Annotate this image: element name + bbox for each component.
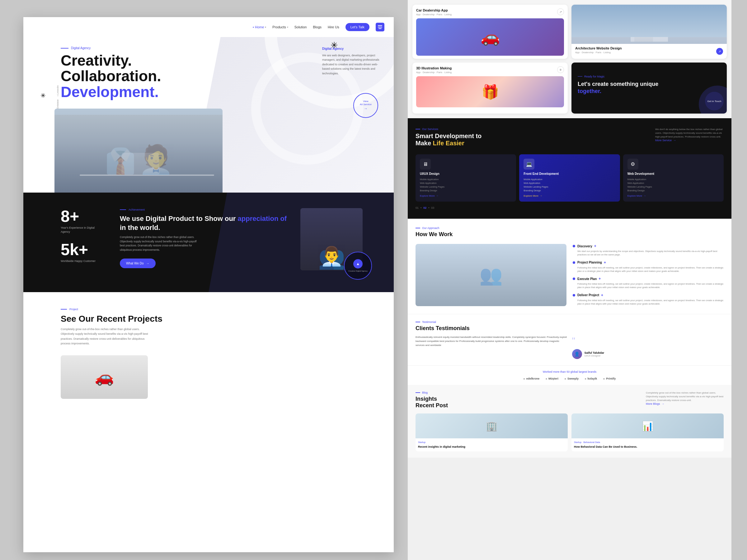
- testimonial-text: Enthusiastically reinvent equity investe…: [415, 336, 567, 359]
- pagination: 01 • 02 • 03: [415, 206, 724, 209]
- uiux-explore-button[interactable]: Explore More: [420, 194, 512, 197]
- nav-products[interactable]: Products ▾: [272, 25, 288, 29]
- step-planning-title: Project Planning: [577, 260, 724, 265]
- arch-card-subtitle: App · Dealership · Paris · Listing: [575, 51, 622, 54]
- cta-card: Ready for Magic Let's create something u…: [571, 62, 727, 113]
- car-project-image: [61, 355, 148, 399]
- brand-musteri: Müşteri: [546, 377, 558, 380]
- car-dealership-card: Car Dealership App App · Dealership · Pa…: [412, 5, 568, 59]
- car-card-subtitle: App · Dealership · Paris · Listing: [416, 13, 564, 16]
- testimonials-title: Clients Testimonials: [415, 325, 724, 331]
- service-card-frontend: 💻 Front End Development Mobile Applicati…: [519, 154, 620, 202]
- webdev-explore-button[interactable]: Explore More: [627, 194, 719, 197]
- reviewer-role: UI/UX Designer: [585, 354, 604, 357]
- hero-description: Digital Agency We are web designers, dev…: [322, 46, 384, 76]
- frontend-item-3: Website Landing Pages: [523, 185, 615, 188]
- car-card-arrow[interactable]: ↗: [557, 8, 564, 15]
- view-all-service-button[interactable]: View All Service: [353, 93, 378, 118]
- insights-section: Blog Insights Recent Post Completely gro…: [408, 385, 731, 458]
- step-deliver: Deliver Project Following the initial ki…: [573, 293, 724, 306]
- step-dot: [573, 245, 575, 247]
- uiux-item-4: Branding Design: [420, 189, 512, 192]
- more-blogs-button[interactable]: More Blogs: [646, 402, 724, 405]
- nav-blogs[interactable]: Blogs: [313, 25, 321, 29]
- reviewer-name: Saiful Talukdar: [585, 351, 604, 354]
- step-deliver-desc: Following the initial kick-off meeting, …: [577, 299, 724, 306]
- badge-text: Creative Digital Agency: [348, 269, 368, 273]
- step-dot: [573, 294, 575, 296]
- brand-printify: Printify: [603, 377, 616, 380]
- service-card-webdev: ⚙ Web Development Mobile Application Web…: [623, 154, 724, 202]
- reviewer-avatar: 👤: [572, 349, 582, 359]
- achievement-section: 8+ Year's Experience in Digital Agency 5…: [23, 193, 394, 292]
- achievement-column: Achievement We use Digital Product to Sh…: [120, 208, 288, 268]
- uiux-icon: 🖥: [420, 159, 431, 169]
- frontend-item-4: Branding Design: [523, 189, 615, 192]
- quote-icon: ": [572, 336, 724, 346]
- how-we-work-section: Our Approach How We Work 👥 Discovery We …: [408, 219, 731, 314]
- insight-content-2: Startup · Behavioral Data How Behavioral…: [571, 438, 724, 451]
- hero-title: Creativity. Collaboration. Development.: [61, 53, 191, 100]
- insight-content-1: Startup Recent insights in digital marke…: [415, 438, 568, 451]
- step-discovery-title: Discovery: [577, 244, 724, 248]
- illus-card-title: 3D Illustration Making: [416, 66, 564, 70]
- insights-grid: 🏢 Startup Recent insights in digital mar…: [415, 414, 724, 451]
- testimonials-section: Testimonial Clients Testimonials Enthusi…: [408, 314, 731, 365]
- insights-header: Blog Insights Recent Post Completely gro…: [415, 391, 724, 409]
- architecture-overlay: Architecture Website Design App · Dealer…: [571, 44, 727, 59]
- illustration-image: 🎁: [416, 76, 564, 107]
- cta-title: Let's create something unique together.: [578, 81, 721, 95]
- arch-card-btn[interactable]: ↗: [716, 48, 723, 55]
- page-sep2: •: [428, 206, 429, 209]
- projects-desc: Completely grow out-of-the-box niches ra…: [61, 327, 154, 346]
- hamburger-menu[interactable]: [376, 23, 384, 31]
- insight-tag-2: Startup · Behavioral Data: [574, 441, 721, 444]
- step-dot: [573, 277, 575, 280]
- more-service-button[interactable]: More Service: [655, 139, 724, 142]
- service-card-uiux: 🖥 UI/UX Design Mobile Application Web Ap…: [415, 154, 516, 202]
- testimonial-reviewer-area: " 👤 Saiful Talukdar UI/UX Designer: [572, 336, 724, 359]
- nav-home[interactable]: • Home ▾: [253, 25, 266, 29]
- lets-talk-button[interactable]: Let's Talk: [345, 23, 369, 31]
- top-cards-area: Car Dealership App App · Dealership · Pa…: [408, 0, 731, 118]
- achievement-image: 👥 ▲ Creative Digital Agency: [300, 208, 369, 276]
- achievement-label: Achievement: [120, 208, 288, 211]
- page-2[interactable]: 02: [423, 206, 427, 209]
- services-title: Smart Development to Make Life Easier: [415, 133, 482, 147]
- cta-circle2[interactable]: Get in Touch: [705, 92, 724, 110]
- how-work-content: 👥 Discovery We start our projects by und…: [415, 244, 724, 306]
- services-section: Our Services Smart Development to Make L…: [408, 118, 731, 219]
- get-in-touch-text: Get in Touch: [707, 100, 721, 103]
- webdev-title: Web Development: [627, 172, 719, 176]
- page-1[interactable]: 01: [415, 206, 419, 209]
- step-discovery-desc: We start our projects by understanding t…: [577, 249, 724, 257]
- services-desc: We don't do anything below the box niche…: [655, 128, 724, 139]
- frontend-icon: 💻: [523, 159, 535, 169]
- step-execute: Execute Plan Following the initial kick-…: [573, 276, 724, 289]
- step-planning: Project Planning Following the initial k…: [573, 260, 724, 273]
- projects-section: Project See Our Recent Projects Complete…: [23, 292, 394, 415]
- webdev-item-2: Web Application: [627, 182, 719, 185]
- services-header: Our Services Smart Development to Make L…: [415, 128, 724, 148]
- webdev-item-4: Branding Design: [627, 189, 719, 192]
- agency-label: Digital Agency: [61, 46, 191, 50]
- insight-tag-1: Startup: [418, 441, 565, 444]
- brands-section: Worked more than 50 global largest brand…: [408, 365, 731, 385]
- webdev-icon: ⚙: [627, 159, 638, 169]
- car-card-title: Car Dealership App: [416, 8, 564, 12]
- nav-solution[interactable]: Solution: [294, 25, 307, 29]
- what-we-do-button[interactable]: What We Do: [120, 259, 156, 268]
- insight-card-2: 📊 Startup · Behavioral Data How Behavior…: [571, 414, 724, 451]
- uiux-item-1: Mobile Application: [420, 178, 512, 181]
- uiux-item-3: Website Landing Pages: [420, 185, 512, 188]
- stats-column: 8+ Year's Experience in Digital Agency 5…: [61, 208, 107, 263]
- illus-card-plus[interactable]: +: [557, 66, 564, 73]
- step-dot: [573, 261, 575, 264]
- agency-badge: ▲ Creative Digital Agency: [344, 252, 372, 280]
- frontend-title: Front End Development: [523, 172, 615, 176]
- nav-hire-us[interactable]: Hire Us: [328, 25, 339, 29]
- navigation: • Home ▾ Products ▾ Solution Blogs Hire …: [23, 17, 394, 37]
- frontend-explore-button[interactable]: Explore More: [523, 194, 615, 197]
- page-3[interactable]: 03: [431, 206, 434, 209]
- chevron-down-icon: ▾: [287, 26, 288, 29]
